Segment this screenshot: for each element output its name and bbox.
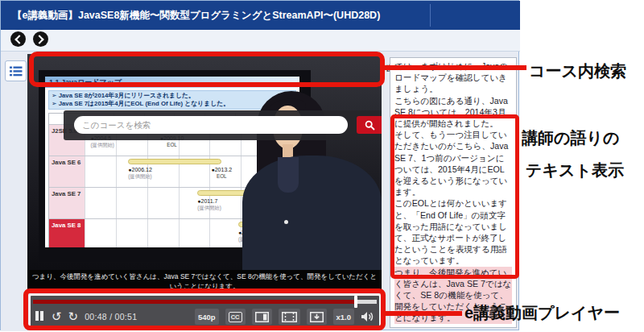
transcript-panel: では、まずはじめに、Javaのロードマップを確認していきましょう。 こちらの図に… (390, 57, 517, 328)
filmstrip-icon (282, 312, 297, 322)
window-title: 【e講義動画】JavaSE8新機能〜関数型プログラミングとStreamAPI〜(… (12, 10, 380, 21)
transcript-paragraph[interactable]: こちらの図にある通り、Java SE 8については、2014年3月に提供が開始さ… (394, 95, 512, 130)
side-panel-toggle-button[interactable] (252, 309, 272, 325)
app-window: 【e講義動画】JavaSE8新機能〜関数型プログラミングとStreamAPI〜(… (0, 0, 519, 330)
annotation-label-transcript-1: 講師の語りの (522, 127, 619, 149)
filmstrip-view-button[interactable] (279, 309, 300, 325)
slide-bullet: ➢ Java SE 7は2015年4月にEOL (End Of Life) とな… (52, 100, 293, 108)
presenter-inner-top (278, 157, 299, 193)
left-icon-strip (1, 52, 27, 331)
search-button[interactable] (357, 116, 382, 134)
toc-list-icon (10, 66, 23, 77)
titlebar-separator (430, 4, 431, 27)
film-download-icon (310, 312, 324, 322)
annotation-label-transcript-2: テキスト表示 (526, 160, 624, 181)
pause-button[interactable] (35, 309, 45, 324)
player-controls: ↺ ↻ 00:48 / 00:51 540p CC (35, 306, 374, 327)
caption-line: いうことになります。 (27, 281, 382, 291)
annotation-label-player: e講義動画プレイヤー (464, 302, 620, 324)
replay-button[interactable]: ↺ (52, 311, 62, 323)
transcript-paragraph[interactable]: そして、もう一つ注目していただきたいのがこちら、Java SE 7、1つ前のバー… (394, 129, 512, 197)
gantt-bar (128, 159, 221, 164)
transcript-paragraph[interactable]: このEOLとは何かといいますと、「End Of Life」の頭文字を取った用語に… (394, 197, 512, 266)
volume-button[interactable] (361, 311, 374, 322)
download-video-button[interactable] (307, 309, 327, 325)
cc-icon: CC (229, 312, 242, 322)
video-player-bar: ↺ ↻ 00:48 / 00:51 540p CC (29, 294, 381, 330)
speed-button[interactable]: x1.0 (333, 309, 355, 325)
slide-bullets: ➢ Java SE 8が2014年3月にリリースされました。 ➢ Java SE… (48, 90, 296, 110)
time-display: 00:48 / 00:51 (85, 312, 137, 322)
course-search-bar (64, 110, 382, 140)
back-button[interactable] (10, 31, 26, 47)
caption-line: つまり、今後開発を進めていく皆さんは、Java SE 7ではなくて、SE 8の機… (27, 272, 382, 281)
progress-bar[interactable] (33, 300, 377, 304)
quality-button[interactable]: 540p (195, 309, 219, 325)
chevron-right-icon (35, 35, 43, 44)
chevron-left-icon (14, 35, 23, 44)
slide-heading: 1.1 Javaロードマップ (45, 77, 299, 88)
title-bar: 【e講義動画】JavaSE8新機能〜関数型プログラミングとStreamAPI〜(… (1, 1, 520, 30)
presenter-neck (283, 144, 293, 157)
captions-button[interactable]: CC (225, 309, 246, 325)
slide-bullet: ➢ Java SE 8が2014年3月にリリースされました。 (52, 92, 293, 100)
toc-panel-button[interactable] (5, 60, 27, 81)
search-icon (365, 120, 375, 131)
panel-layout-icon (255, 312, 269, 322)
progress-fill (33, 300, 356, 304)
lapel-mic (284, 220, 288, 224)
subtitle-caption: つまり、今後開発を進めていく皆さんは、Java SE 7ではなくて、SE 8の機… (27, 270, 382, 293)
search-input[interactable] (74, 116, 348, 134)
video-area[interactable]: 1.1 Javaロードマップ ➢ Java SE 8が2014年3月にリリースさ… (27, 54, 382, 293)
skip-forward-button[interactable]: ↻ (68, 311, 79, 323)
annotation-label-search: コース内検索 (529, 60, 626, 82)
forward-button[interactable] (33, 31, 48, 47)
transcript-paragraph[interactable]: では、まずはじめに、Javaのロードマップを確認していきましょう。 (394, 60, 512, 95)
toolbar: 戻る 中断 終了して目次へ (1, 30, 520, 52)
